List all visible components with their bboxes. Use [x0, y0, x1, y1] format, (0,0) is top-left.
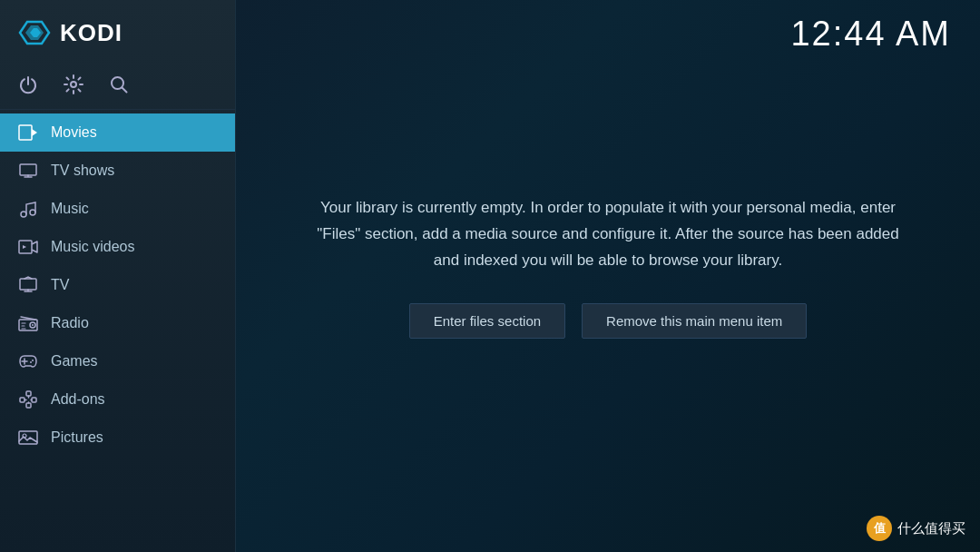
sidebar-item-tv-shows-label: TV shows	[51, 163, 114, 179]
svg-marker-6	[32, 129, 37, 136]
sidebar-item-music-label: Music	[51, 201, 89, 217]
sidebar-toolbar	[0, 65, 235, 109]
music-videos-icon	[18, 237, 38, 257]
action-buttons: Enter files section Remove this main men…	[409, 303, 808, 339]
empty-library-message: Your library is currently empty. In orde…	[309, 195, 907, 274]
app-title: KODI	[60, 19, 122, 47]
pictures-icon	[18, 428, 38, 448]
sidebar-item-tv[interactable]: TV	[0, 266, 235, 304]
svg-point-14	[32, 324, 34, 326]
games-icon	[18, 351, 38, 371]
sidebar-item-movies-label: Movies	[51, 124, 97, 141]
svg-point-9	[30, 210, 35, 215]
empty-library-panel: Your library is currently empty. In orde…	[236, 0, 980, 552]
radio-icon	[18, 313, 38, 333]
svg-point-16	[30, 361, 32, 363]
sidebar-item-radio-label: Radio	[51, 315, 89, 331]
sidebar-item-games-label: Games	[51, 353, 98, 370]
remove-menu-item-button[interactable]: Remove this main menu item	[582, 303, 807, 339]
clock-display: 12:44 AM	[790, 15, 951, 54]
music-icon	[18, 199, 38, 219]
svg-point-3	[71, 82, 76, 87]
sidebar-item-movies[interactable]: Movies	[0, 113, 235, 152]
tv-shows-icon	[18, 161, 38, 181]
addons-icon	[18, 389, 38, 409]
sidebar-item-radio[interactable]: Radio	[0, 304, 235, 342]
kodi-logo-icon	[18, 16, 51, 49]
sidebar-item-music[interactable]: Music	[0, 190, 235, 228]
watermark-text: 什么值得买	[897, 520, 965, 537]
settings-icon[interactable]	[64, 74, 83, 94]
sidebar-item-pictures-label: Pictures	[51, 429, 103, 446]
sidebar-item-tv-shows[interactable]: TV shows	[0, 152, 235, 190]
enter-files-section-button[interactable]: Enter files section	[409, 303, 565, 339]
sidebar-item-music-videos-label: Music videos	[51, 239, 134, 255]
sidebar-item-add-ons-label: Add-ons	[51, 391, 105, 408]
sidebar-header: KODI	[0, 0, 235, 65]
svg-point-15	[32, 360, 34, 361]
sidebar-divider	[0, 109, 235, 110]
movies-icon	[18, 123, 38, 143]
sidebar: KODI	[0, 0, 236, 552]
power-icon[interactable]	[18, 74, 38, 94]
sidebar-item-pictures[interactable]: Pictures	[0, 419, 235, 457]
svg-rect-11	[20, 279, 36, 290]
main-content: 12:44 AM Your library is currently empty…	[236, 0, 980, 552]
svg-rect-5	[19, 125, 32, 140]
svg-point-8	[21, 212, 26, 217]
sidebar-item-games[interactable]: Games	[0, 342, 235, 380]
search-icon[interactable]	[109, 74, 129, 94]
sidebar-item-music-videos[interactable]: Music videos	[0, 228, 235, 266]
tv-icon	[18, 275, 38, 295]
watermark: 值 什么值得买	[867, 516, 965, 541]
sidebar-item-tv-label: TV	[51, 277, 69, 293]
sidebar-item-add-ons[interactable]: Add-ons	[0, 380, 235, 419]
watermark-badge: 值	[867, 516, 892, 541]
svg-rect-7	[20, 164, 36, 175]
